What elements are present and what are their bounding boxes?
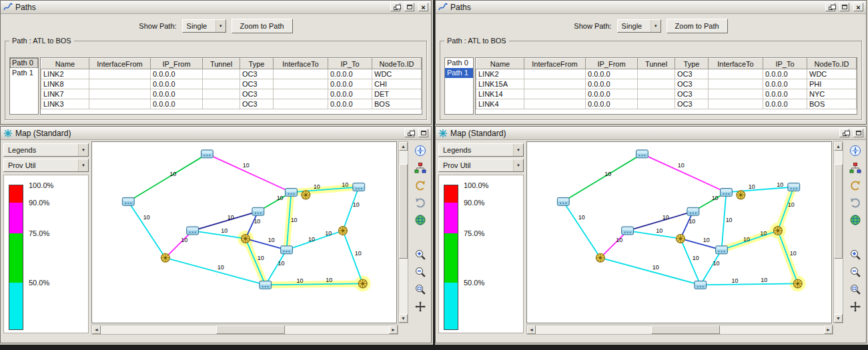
hub-node-det[interactable]	[242, 234, 250, 243]
legends-select[interactable]: Legends ▼	[3, 143, 89, 157]
maximize-window-button[interactable]	[839, 3, 849, 11]
column-header[interactable]: InterfaceTo	[274, 59, 328, 69]
scroll-up-button[interactable]: ▲	[834, 142, 843, 151]
hub-node-mia[interactable]	[793, 279, 802, 288]
pan-icon[interactable]	[849, 300, 862, 313]
link-e4[interactable]	[726, 187, 793, 193]
table-row[interactable]: LINK80.0.0.0OC30.0.0.0CHI	[41, 79, 422, 89]
column-header[interactable]: IP_From	[586, 59, 638, 69]
column-header[interactable]: InterfaceTo	[709, 59, 763, 69]
scrollbar-track[interactable]	[399, 151, 408, 314]
restore-window-button[interactable]	[390, 3, 400, 11]
zoom-to-path-button[interactable]: Zoom to Path	[667, 19, 728, 33]
router-node-sfo[interactable]	[187, 227, 199, 235]
table-row[interactable]: LINK15A0.0.0.0OC30.0.0.0PHI	[476, 79, 857, 89]
layers-icon[interactable]	[849, 161, 862, 175]
globe-icon[interactable]	[414, 213, 427, 227]
scroll-right-button[interactable]: ►	[389, 325, 398, 334]
scrollbar-thumb[interactable]	[399, 164, 408, 259]
link-e12[interactable]	[701, 250, 722, 285]
show-path-select[interactable]: Single ▼	[182, 19, 226, 33]
table-row[interactable]: LINK20.0.0.0OC30.0.0.0WDC	[476, 69, 857, 79]
map-horizontal-scrollbar[interactable]: ◄ ►	[526, 325, 833, 335]
legends-select[interactable]: Legends ▼	[438, 143, 524, 157]
link-e3[interactable]	[563, 201, 600, 257]
scroll-left-button[interactable]: ◄	[92, 325, 101, 334]
compass-icon[interactable]	[414, 144, 427, 157]
path-list-item[interactable]: Path 0	[445, 58, 473, 68]
link-e13[interactable]	[600, 258, 701, 285]
link-e1[interactable]	[128, 154, 207, 201]
link-e13[interactable]	[165, 258, 266, 285]
show-path-select[interactable]: Single ▼	[617, 19, 661, 33]
column-header[interactable]: NodeTo.ID	[372, 59, 422, 69]
hub-node-chx[interactable]	[302, 191, 310, 199]
hub-node-atl[interactable]	[596, 253, 604, 262]
column-header[interactable]: NodeTo.ID	[807, 59, 857, 69]
zoom-out-icon[interactable]	[849, 265, 862, 279]
paths-titlebar[interactable]: Paths ×	[436, 1, 866, 14]
network-map[interactable]: 1010101010101010101010101010101010101010…	[92, 142, 396, 323]
pan-icon[interactable]	[414, 300, 427, 313]
paths-titlebar[interactable]: Paths ×	[1, 1, 431, 14]
maximize-window-button[interactable]	[418, 129, 428, 137]
rotate-left-icon[interactable]	[849, 179, 862, 192]
column-header[interactable]: Tunnel	[203, 59, 240, 69]
scrollbar-thumb[interactable]	[216, 325, 286, 334]
link-e18[interactable]	[246, 239, 266, 285]
scroll-down-button[interactable]: ▼	[399, 314, 408, 323]
column-header[interactable]: IP_To	[328, 59, 372, 69]
column-header[interactable]: Name	[41, 59, 89, 69]
links-table[interactable]: NameInterfaceFromIP_FromTunnelTypeInterf…	[40, 57, 422, 115]
maximize-window-button[interactable]	[404, 3, 414, 11]
network-map[interactable]: 1010101010101010101010101010101010101010…	[527, 142, 831, 323]
link-e14[interactable]	[701, 283, 798, 285]
maximize-window-button[interactable]	[853, 129, 863, 137]
router-node-wdc[interactable]	[716, 246, 728, 254]
link-e2[interactable]	[207, 154, 291, 193]
link-e1[interactable]	[563, 154, 642, 201]
scrollbar-thumb[interactable]	[834, 164, 843, 259]
hub-node-nyc[interactable]	[338, 227, 347, 235]
layers-icon[interactable]	[414, 161, 427, 175]
column-header[interactable]: IP_From	[151, 59, 203, 69]
rotate-right-icon[interactable]	[849, 196, 862, 209]
hub-node-chx[interactable]	[737, 191, 745, 199]
restore-window-button[interactable]	[839, 129, 849, 137]
link-e18[interactable]	[681, 239, 701, 285]
scroll-right-button[interactable]: ►	[824, 325, 833, 334]
map-vertical-scrollbar[interactable]: ▲ ▼	[833, 141, 843, 323]
scroll-up-button[interactable]: ▲	[399, 142, 408, 151]
hub-node-atl[interactable]	[161, 253, 169, 262]
zoom-area-icon[interactable]	[414, 283, 427, 296]
globe-icon[interactable]	[849, 213, 862, 227]
restore-window-button[interactable]	[404, 129, 414, 137]
link-e15[interactable]	[343, 231, 363, 283]
path-list[interactable]: Path 0Path 1	[9, 57, 39, 115]
scroll-down-button[interactable]: ▼	[834, 314, 843, 323]
link-e16[interactable]	[343, 187, 359, 231]
zoom-out-icon[interactable]	[414, 265, 427, 279]
map-vertical-scrollbar[interactable]: ▲ ▼	[398, 141, 408, 323]
path-list-item[interactable]: Path 1	[10, 68, 38, 78]
link-e9[interactable]	[193, 231, 246, 239]
router-node-dfw[interactable]	[695, 281, 707, 289]
link-e3[interactable]	[128, 201, 165, 257]
link-e12[interactable]	[266, 250, 287, 285]
column-header[interactable]: Tunnel	[638, 59, 675, 69]
scrollbar-thumb[interactable]	[651, 325, 721, 334]
path-list-item[interactable]: Path 1	[445, 68, 473, 78]
map-titlebar[interactable]: Map (Standard)	[436, 127, 866, 140]
util-select[interactable]: Prov Util ▼	[3, 159, 89, 172]
zoom-in-icon[interactable]	[414, 248, 427, 261]
router-node-slc[interactable]	[252, 207, 264, 215]
table-row[interactable]: LINK20.0.0.0OC30.0.0.0WDC	[41, 69, 422, 79]
map-titlebar[interactable]: Map (Standard)	[1, 127, 431, 140]
scroll-left-button[interactable]: ◄	[527, 325, 536, 334]
column-header[interactable]: InterfaceFrom	[524, 59, 586, 69]
column-header[interactable]: Name	[476, 59, 524, 69]
hub-node-nyc[interactable]	[773, 227, 782, 235]
table-row[interactable]: LINK140.0.0.0OC30.0.0.0NYC	[476, 89, 857, 99]
path-list-item[interactable]: Path 0	[10, 58, 38, 68]
scrollbar-track[interactable]	[536, 325, 824, 334]
